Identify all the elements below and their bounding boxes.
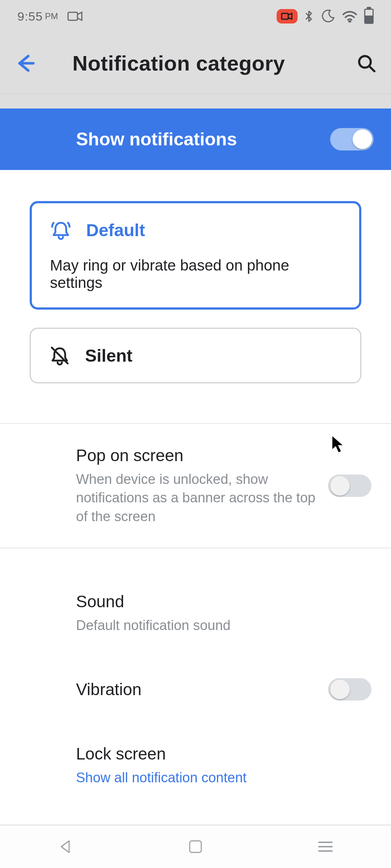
pop-title: Pop on screen [76,446,317,465]
pop-toggle[interactable] [328,475,371,497]
row-pop-on-screen[interactable]: Pop on screen When device is unlocked, s… [0,423,391,548]
svg-point-2 [349,21,350,22]
vibration-toggle[interactable] [328,678,371,701]
svg-rect-4 [190,841,201,852]
row-lock-screen[interactable]: Lock screen Show all notification conten… [0,722,391,809]
page-title: Notification category [72,51,285,75]
battery-icon [364,9,374,24]
back-button[interactable] [14,52,36,74]
row-vibration[interactable]: Vibration [0,656,391,722]
sound-sub: Default notification sound [76,616,361,635]
lockscreen-title: Lock screen [76,744,361,763]
alert-mode-section: Default May ring or vibrate based on pho… [0,170,391,423]
wifi-icon [342,10,358,22]
mode-default-desc: May ring or vibrate based on phone setti… [50,257,341,292]
app-bar: Notification category [0,33,391,94]
mode-card-default[interactable]: Default May ring or vibrate based on pho… [30,201,361,310]
system-nav-bar [0,825,391,868]
dnd-moon-icon [321,9,335,24]
show-notifications-row[interactable]: Show notifications [0,109,391,170]
vibration-title: Vibration [76,680,317,699]
spacer [0,94,391,109]
status-bar: 9:55 PM [0,0,391,33]
show-notifications-label: Show notifications [76,129,237,150]
recording-indicator-icon [277,9,298,24]
mode-default-title: Default [86,220,145,240]
lockscreen-sub: Show all notification content [76,769,361,787]
nav-back-button[interactable] [57,838,74,855]
bell-off-icon [49,345,71,366]
bell-ring-icon [50,219,72,241]
status-ampm: PM [45,11,58,21]
svg-rect-1 [282,13,288,19]
screen-record-icon [67,11,83,22]
bluetooth-icon [304,9,314,24]
search-button[interactable] [356,53,377,73]
nav-home-button[interactable] [188,839,203,855]
mode-silent-title: Silent [85,346,133,366]
status-time: 9:55 [17,9,43,24]
row-sound[interactable]: Sound Default notification sound [0,548,391,656]
show-notifications-toggle[interactable] [330,128,374,150]
pop-sub: When device is unlocked, show notificati… [76,470,317,526]
nav-recents-button[interactable] [317,839,334,854]
svg-rect-0 [68,12,77,20]
sound-title: Sound [76,592,361,611]
mode-card-silent[interactable]: Silent [30,328,361,383]
